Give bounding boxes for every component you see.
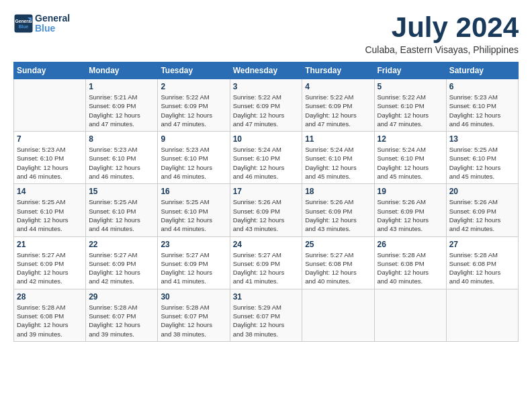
page-header: General Blue General Blue July 2024 Cula… (13, 13, 519, 55)
calendar-cell: 22Sunrise: 5:27 AMSunset: 6:09 PMDayligh… (86, 236, 158, 289)
day-info: Sunrise: 5:25 AMSunset: 6:10 PMDaylight:… (161, 197, 226, 233)
calendar-cell: 20Sunrise: 5:26 AMSunset: 6:09 PMDayligh… (446, 184, 518, 236)
day-info: Sunrise: 5:23 AMSunset: 6:10 PMDaylight:… (161, 145, 226, 181)
day-number: 30 (161, 292, 226, 302)
day-info: Sunrise: 5:27 AMSunset: 6:09 PMDaylight:… (17, 250, 83, 286)
day-info: Sunrise: 5:26 AMSunset: 6:09 PMDaylight:… (449, 197, 515, 233)
day-number: 4 (305, 82, 371, 91)
calendar-cell (302, 289, 374, 341)
calendar-week-4: 21Sunrise: 5:27 AMSunset: 6:09 PMDayligh… (14, 236, 519, 289)
day-number: 19 (378, 187, 443, 196)
calendar-cell: 31Sunrise: 5:29 AMSunset: 6:07 PMDayligh… (230, 289, 302, 341)
day-number: 6 (449, 82, 515, 91)
day-info: Sunrise: 5:25 AMSunset: 6:10 PMDaylight:… (449, 145, 515, 181)
day-info: Sunrise: 5:28 AMSunset: 6:07 PMDaylight:… (89, 303, 154, 338)
day-number: 24 (233, 240, 300, 249)
day-info: Sunrise: 5:24 AMSunset: 6:10 PMDaylight:… (378, 145, 443, 181)
day-info: Sunrise: 5:22 AMSunset: 6:09 PMDaylight:… (161, 93, 226, 128)
calendar-table: Sunday Monday Tuesday Wednesday Thursday… (13, 62, 519, 342)
day-number: 18 (305, 187, 371, 196)
calendar-cell: 13Sunrise: 5:25 AMSunset: 6:10 PMDayligh… (446, 132, 518, 184)
col-monday: Monday (86, 62, 158, 79)
day-info: Sunrise: 5:23 AMSunset: 6:10 PMDaylight:… (89, 145, 154, 181)
day-number: 9 (161, 134, 226, 144)
day-number: 26 (378, 240, 443, 249)
col-saturday: Saturday (446, 62, 518, 79)
day-info: Sunrise: 5:27 AMSunset: 6:09 PMDaylight:… (233, 250, 300, 286)
day-number: 2 (161, 82, 226, 91)
calendar-cell (374, 289, 446, 341)
calendar-cell (446, 289, 518, 341)
day-number: 22 (89, 240, 154, 249)
day-info: Sunrise: 5:21 AMSunset: 6:09 PMDaylight:… (89, 93, 154, 128)
calendar-cell: 27Sunrise: 5:28 AMSunset: 6:08 PMDayligh… (446, 236, 518, 289)
day-number: 5 (378, 82, 443, 91)
day-info: Sunrise: 5:25 AMSunset: 6:10 PMDaylight:… (17, 197, 83, 233)
calendar-body: 1Sunrise: 5:21 AMSunset: 6:09 PMDaylight… (14, 79, 519, 342)
day-info: Sunrise: 5:29 AMSunset: 6:07 PMDaylight:… (233, 303, 300, 338)
day-number: 16 (161, 187, 226, 196)
col-wednesday: Wednesday (230, 62, 302, 79)
day-number: 10 (233, 134, 300, 144)
calendar-cell: 23Sunrise: 5:27 AMSunset: 6:09 PMDayligh… (158, 236, 230, 289)
calendar-cell: 25Sunrise: 5:27 AMSunset: 6:08 PMDayligh… (302, 236, 374, 289)
day-info: Sunrise: 5:23 AMSunset: 6:10 PMDaylight:… (17, 145, 83, 181)
day-number: 17 (233, 187, 300, 196)
day-number: 31 (233, 292, 300, 302)
day-info: Sunrise: 5:27 AMSunset: 6:08 PMDaylight:… (305, 250, 371, 286)
day-info: Sunrise: 5:28 AMSunset: 6:07 PMDaylight:… (161, 303, 226, 338)
calendar-cell: 12Sunrise: 5:24 AMSunset: 6:10 PMDayligh… (374, 132, 446, 184)
calendar-cell: 3Sunrise: 5:22 AMSunset: 6:09 PMDaylight… (230, 79, 302, 132)
calendar-cell: 21Sunrise: 5:27 AMSunset: 6:09 PMDayligh… (14, 236, 86, 289)
day-info: Sunrise: 5:26 AMSunset: 6:09 PMDaylight:… (305, 197, 371, 233)
day-info: Sunrise: 5:27 AMSunset: 6:09 PMDaylight:… (161, 250, 226, 286)
logo-icon: General Blue (13, 13, 34, 34)
day-number: 1 (89, 82, 154, 91)
calendar-cell: 2Sunrise: 5:22 AMSunset: 6:09 PMDaylight… (158, 79, 230, 132)
svg-rect-0 (15, 15, 33, 33)
day-info: Sunrise: 5:22 AMSunset: 6:10 PMDaylight:… (378, 93, 443, 128)
calendar-header: Sunday Monday Tuesday Wednesday Thursday… (14, 62, 519, 79)
svg-text:Blue: Blue (19, 24, 29, 29)
day-number: 13 (449, 134, 515, 144)
day-info: Sunrise: 5:22 AMSunset: 6:09 PMDaylight:… (305, 93, 371, 128)
day-number: 28 (17, 292, 83, 302)
calendar-cell: 30Sunrise: 5:28 AMSunset: 6:07 PMDayligh… (158, 289, 230, 341)
day-number: 12 (378, 134, 443, 144)
title-block: July 2024 Culaba, Eastern Visayas, Phili… (365, 13, 519, 55)
day-info: Sunrise: 5:24 AMSunset: 6:10 PMDaylight:… (233, 145, 300, 181)
calendar-cell: 5Sunrise: 5:22 AMSunset: 6:10 PMDaylight… (374, 79, 446, 132)
col-tuesday: Tuesday (158, 62, 230, 79)
day-info: Sunrise: 5:28 AMSunset: 6:08 PMDaylight:… (17, 303, 83, 338)
day-number: 25 (305, 240, 371, 249)
day-number: 7 (17, 134, 83, 144)
logo: General Blue General Blue (13, 13, 70, 34)
calendar-week-3: 14Sunrise: 5:25 AMSunset: 6:10 PMDayligh… (14, 184, 519, 236)
calendar-week-2: 7Sunrise: 5:23 AMSunset: 6:10 PMDaylight… (14, 132, 519, 184)
col-friday: Friday (374, 62, 446, 79)
calendar-cell: 26Sunrise: 5:28 AMSunset: 6:08 PMDayligh… (374, 236, 446, 289)
col-sunday: Sunday (14, 62, 86, 79)
header-row: Sunday Monday Tuesday Wednesday Thursday… (14, 62, 519, 79)
logo-text: General Blue (35, 13, 70, 34)
calendar-cell: 18Sunrise: 5:26 AMSunset: 6:09 PMDayligh… (302, 184, 374, 236)
day-info: Sunrise: 5:22 AMSunset: 6:09 PMDaylight:… (233, 93, 300, 128)
day-info: Sunrise: 5:26 AMSunset: 6:09 PMDaylight:… (233, 197, 300, 233)
calendar-cell: 4Sunrise: 5:22 AMSunset: 6:09 PMDaylight… (302, 79, 374, 132)
calendar-cell: 10Sunrise: 5:24 AMSunset: 6:10 PMDayligh… (230, 132, 302, 184)
day-number: 21 (17, 240, 83, 249)
calendar-cell: 14Sunrise: 5:25 AMSunset: 6:10 PMDayligh… (14, 184, 86, 236)
calendar-cell: 11Sunrise: 5:24 AMSunset: 6:10 PMDayligh… (302, 132, 374, 184)
day-number: 11 (305, 134, 371, 144)
month-title: July 2024 (365, 13, 519, 42)
day-info: Sunrise: 5:24 AMSunset: 6:10 PMDaylight:… (305, 145, 371, 181)
calendar-week-1: 1Sunrise: 5:21 AMSunset: 6:09 PMDaylight… (14, 79, 519, 132)
calendar-cell: 19Sunrise: 5:26 AMSunset: 6:09 PMDayligh… (374, 184, 446, 236)
day-number: 23 (161, 240, 226, 249)
day-number: 20 (449, 187, 515, 196)
day-info: Sunrise: 5:27 AMSunset: 6:09 PMDaylight:… (89, 250, 154, 286)
day-info: Sunrise: 5:28 AMSunset: 6:08 PMDaylight:… (378, 250, 443, 286)
calendar-cell: 17Sunrise: 5:26 AMSunset: 6:09 PMDayligh… (230, 184, 302, 236)
day-number: 29 (89, 292, 154, 302)
calendar-cell: 29Sunrise: 5:28 AMSunset: 6:07 PMDayligh… (86, 289, 158, 341)
